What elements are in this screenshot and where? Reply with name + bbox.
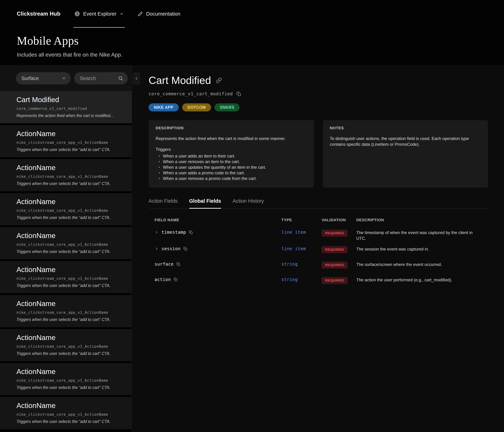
- tab-action-history[interactable]: Action History: [233, 198, 264, 208]
- nav-item-documentation[interactable]: Documentation: [138, 0, 180, 28]
- event-item-code: nike_clickstream_core_app_v1_ActionName: [17, 378, 125, 383]
- detail-panel: Cart Modified core_commerce_v1_cart_modi…: [132, 66, 504, 432]
- trigger-item: When a user updates the quantity of an i…: [156, 165, 307, 170]
- event-item-description: Triggers when the user selects the “add …: [17, 351, 125, 356]
- event-list: Cart Modified core_commerce_v1_cart_modi…: [0, 91, 132, 432]
- field-description: The action the user performed (e.g., car…: [356, 277, 488, 283]
- event-list-item-actionname[interactable]: ActionName nike_clickstream_core_app_v1_…: [0, 363, 132, 395]
- event-item-description: Triggers when the user selects the “add …: [17, 385, 125, 390]
- field-name: session: [162, 246, 180, 251]
- event-list-item-actionname[interactable]: ActionName nike_clickstream_core_app_v1_…: [0, 261, 132, 293]
- chevron-left-icon: [134, 76, 138, 81]
- surface-filter-label: Surface: [21, 75, 39, 81]
- page-header: Mobile Apps Includes all events that fir…: [0, 28, 504, 66]
- page-subtitle: Includes all events that fire on the Nik…: [17, 52, 487, 58]
- nav-item-label: Event Explorer: [83, 11, 116, 17]
- field-type: string: [281, 262, 322, 267]
- notes-panel-heading: NOTES: [330, 126, 481, 130]
- fields-table: FIELD NAME TYPE VALIDATION DESCRIPTION t…: [149, 216, 488, 290]
- copy-icon[interactable]: [176, 262, 180, 266]
- surface-filter-dropdown[interactable]: Surface: [16, 72, 71, 85]
- tab-action-fields[interactable]: Action Fields: [149, 198, 178, 208]
- trigger-item: When a user adds an item to their cart.: [156, 153, 307, 159]
- info-panels: DESCRIPTION Represents the action fired …: [149, 120, 488, 188]
- search-input[interactable]: [80, 75, 118, 81]
- sidebar: Surface Cart Modified core_commerce_v1_c…: [0, 66, 132, 432]
- top-nav: Clickstream Hub Event Explorer Documenta…: [0, 0, 504, 28]
- chevron-down-icon: [119, 12, 124, 16]
- copy-icon[interactable]: [183, 247, 187, 251]
- field-description: The timestamp of when the event was capt…: [356, 230, 488, 241]
- event-item-title: ActionName: [17, 130, 125, 138]
- expand-chevron-icon[interactable]: [154, 230, 159, 235]
- event-item-description: Triggers when the user selects the “add …: [17, 215, 125, 220]
- notes-text: To distinguish user actions, the operati…: [330, 136, 481, 147]
- event-list-item-actionname[interactable]: ActionName nike_clickstream_core_app_v1_…: [0, 227, 132, 259]
- trigger-item: When a user removes a promo code from th…: [156, 176, 307, 181]
- event-item-title: ActionName: [17, 266, 125, 274]
- sidebar-filter-bar: Surface: [0, 66, 132, 91]
- tab-global-fields[interactable]: Global Fields: [189, 198, 221, 208]
- column-header-validation: VALIDATION: [322, 218, 356, 222]
- event-item-code: nike_clickstream_core_app_v1_ActionName: [17, 344, 125, 349]
- event-item-code: nike_clickstream_core_app_v1_ActionName: [17, 310, 125, 315]
- event-list-item-actionname[interactable]: ActionName nike_clickstream_core_app_v1_…: [0, 295, 132, 327]
- nav-item-event-explorer[interactable]: Event Explorer: [74, 0, 124, 28]
- event-item-description: Triggers when the user selects the “add …: [17, 249, 125, 254]
- copy-icon[interactable]: [236, 92, 241, 96]
- event-list-item-cart-modified[interactable]: Cart Modified core_commerce_v1_cart_modi…: [0, 91, 132, 123]
- globe-icon: [74, 11, 80, 17]
- badge-nike-app: NIKE APP: [149, 103, 179, 112]
- table-row: action string REQUIRED The action the us…: [149, 274, 488, 290]
- event-item-description: Triggers when the user selects the “add …: [17, 317, 125, 322]
- event-item-description: Triggers when the user selects the “add …: [17, 283, 125, 288]
- trigger-item: When a user adds a promo code to the car…: [156, 170, 307, 176]
- copy-icon[interactable]: [189, 230, 193, 234]
- event-item-description: Triggers when the user selects the “add …: [17, 147, 125, 152]
- app-root: Clickstream Hub Event Explorer Documenta…: [0, 0, 504, 432]
- field-name: surface: [154, 262, 174, 267]
- search-icon: [118, 76, 123, 81]
- event-item-title: Cart Modified: [17, 96, 125, 104]
- column-header-type: TYPE: [281, 218, 322, 222]
- event-title-row: Cart Modified: [149, 74, 488, 86]
- event-item-code: nike_clickstream_core_app_v1_ActionName: [17, 175, 125, 179]
- event-list-item-actionname[interactable]: ActionName nike_clickstream_core_app_v1_…: [0, 193, 132, 225]
- event-item-title: ActionName: [17, 402, 125, 410]
- triggers-label: Triggers: [156, 147, 307, 152]
- event-item-code: nike_clickstream_core_app_v1_ActionName: [17, 141, 125, 145]
- fields-table-header: FIELD NAME TYPE VALIDATION DESCRIPTION: [149, 216, 488, 227]
- event-item-code: core_commerce_v1_cart_modified: [17, 106, 125, 111]
- expand-chevron-icon[interactable]: [154, 247, 159, 251]
- table-row: surface string REQUIRED The surface/scre…: [149, 259, 488, 274]
- triggers-list: When a user adds an item to their cart. …: [156, 153, 307, 181]
- search-box[interactable]: [74, 72, 128, 85]
- platform-badges: NIKE APP DOTCOM SNKRS: [149, 103, 488, 112]
- event-list-item-actionname[interactable]: ActionName nike_clickstream_core_app_v1_…: [0, 329, 132, 361]
- detail-tabs: Action Fields Global Fields Action Histo…: [149, 198, 488, 209]
- event-title: Cart Modified: [149, 74, 211, 86]
- notes-panel: NOTES To distinguish user actions, the o…: [323, 120, 488, 188]
- event-item-description: Represents the action fired when the car…: [17, 113, 125, 118]
- event-item-title: ActionName: [17, 334, 125, 342]
- page-title: Mobile Apps: [17, 34, 487, 47]
- field-name: timestamp: [162, 230, 186, 235]
- event-list-item-actionname[interactable]: ActionName nike_clickstream_core_app_v1_…: [0, 397, 132, 429]
- field-description: The surface/screen where the event occur…: [356, 262, 488, 267]
- event-item-description: Triggers when the user selects the “add …: [17, 181, 125, 186]
- nav-item-label: Documentation: [146, 11, 180, 17]
- event-item-code: nike_clickstream_core_app_v1_ActionName: [17, 243, 125, 247]
- event-list-item-actionname[interactable]: ActionName nike_clickstream_core_app_v1_…: [0, 159, 132, 191]
- field-type: line item: [281, 246, 322, 251]
- field-name: action: [154, 277, 171, 282]
- link-icon[interactable]: [216, 77, 222, 83]
- description-intro: Represents the action fired when the car…: [156, 136, 307, 141]
- event-item-title: ActionName: [17, 367, 125, 376]
- event-list-item-actionname[interactable]: ActionName nike_clickstream_core_app_v1_…: [0, 125, 132, 157]
- sidebar-collapse-button[interactable]: [133, 73, 140, 85]
- event-item-code: nike_clickstream_core_app_v1_ActionName: [17, 276, 125, 281]
- event-code-row: core_commerce_v1_cart_modified: [149, 91, 488, 96]
- field-type: string: [281, 277, 322, 282]
- column-header-description: DESCRIPTION: [356, 218, 488, 222]
- copy-icon[interactable]: [174, 278, 178, 282]
